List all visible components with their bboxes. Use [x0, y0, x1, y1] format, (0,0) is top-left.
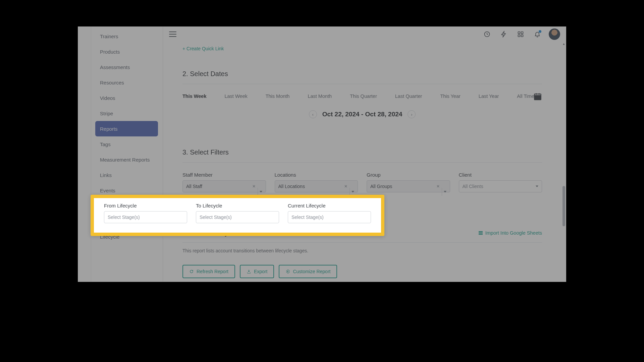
date-preset-all-time[interactable]: All Time	[517, 94, 534, 99]
date-preset-last-week[interactable]: Last Week	[224, 94, 247, 99]
svg-rect-5	[534, 96, 541, 100]
filter-client-placeholder: All Clients	[463, 184, 483, 189]
date-preset-last-month[interactable]: Last Month	[308, 94, 332, 99]
svg-rect-1	[518, 32, 520, 34]
sidebar: TrainersProductsAssessmentsResourcesVide…	[78, 26, 163, 282]
sidebar-item-resources[interactable]: Resources	[95, 75, 158, 90]
sidebar-item-tags[interactable]: Tags	[95, 136, 158, 152]
scroll-thumb[interactable]	[562, 186, 565, 226]
sidebar-item-videos[interactable]: Videos	[95, 90, 158, 106]
filter-staff-select[interactable]: All Staff ✕	[182, 180, 266, 192]
filter-from-lifecycle-label: From Lifecycle	[104, 203, 187, 208]
user-avatar[interactable]	[549, 28, 560, 40]
sidebar-item-products[interactable]: Products	[95, 44, 158, 59]
filter-locations-value: All Locations	[278, 184, 305, 189]
filter-client-select[interactable]: All Clients	[459, 180, 542, 192]
import-google-sheets-link[interactable]: Import Into Google Sheets	[478, 230, 542, 236]
date-preset-this-quarter[interactable]: This Quarter	[350, 94, 377, 99]
date-preset-this-year[interactable]: This Year	[440, 94, 460, 99]
create-quick-link[interactable]: + Create Quick Link	[182, 46, 224, 51]
report-actions: Refresh Report Export Customize Report	[182, 265, 542, 278]
filter-current-lifecycle-select[interactable]: Select Stage(s)	[288, 211, 371, 223]
filter-to-lifecycle-placeholder: Select Stage(s)	[200, 215, 232, 220]
filter-to-lifecycle: To Lifecycle Select Stage(s)	[196, 203, 279, 223]
date-range-text: Oct 22, 2024 - Oct 28, 2024	[322, 111, 402, 118]
import-link-label: Import Into Google Sheets	[485, 230, 542, 236]
topbar	[163, 26, 566, 42]
filter-staff: Staff Member All Staff ✕	[182, 172, 266, 192]
filter-current-lifecycle-label: Current Lifecycle	[288, 203, 371, 208]
date-preset-last-quarter[interactable]: Last Quarter	[395, 94, 422, 99]
clear-icon[interactable]: ✕	[436, 184, 440, 189]
filter-locations-select[interactable]: All Locations ✕	[275, 180, 358, 192]
date-presets: This WeekLast WeekThis MonthLast MonthTh…	[182, 94, 542, 99]
filter-group: Group All Groups ✕	[367, 172, 450, 192]
refresh-report-button[interactable]: Refresh Report	[182, 265, 235, 278]
section-select-dates: 2. Select Dates	[182, 70, 542, 84]
sidebar-item-links[interactable]: Links	[95, 167, 158, 183]
date-preset-last-year[interactable]: Last Year	[479, 94, 499, 99]
filter-staff-value: All Staff	[186, 184, 202, 189]
filter-group-select[interactable]: All Groups ✕	[367, 180, 450, 192]
customize-report-button[interactable]: Customize Report	[279, 265, 337, 278]
notifications-bell-icon[interactable]	[531, 28, 543, 40]
menu-toggle-icon[interactable]	[169, 32, 176, 37]
customize-report-label: Customize Report	[293, 269, 330, 274]
report-description: This report lists account transitions be…	[182, 248, 542, 253]
main-content: + Create Quick Link 2. Select Dates This…	[163, 42, 561, 282]
filter-client: Client All Clients	[459, 172, 542, 192]
sidebar-item-measurement-reports[interactable]: Measurement Reports	[95, 152, 158, 167]
date-next-button[interactable]: ›	[408, 110, 416, 118]
filter-locations-label: Locations	[275, 172, 358, 178]
sidebar-item-reports[interactable]: Reports	[95, 121, 158, 136]
svg-rect-4	[521, 35, 523, 37]
filter-to-lifecycle-label: To Lifecycle	[196, 203, 279, 208]
sidebar-item-stripe[interactable]: Stripe	[95, 106, 158, 121]
filter-from-lifecycle-select[interactable]: Select Stage(s)	[104, 211, 187, 223]
filter-current-lifecycle-placeholder: Select Stage(s)	[291, 215, 324, 220]
export-button[interactable]: Export	[240, 265, 274, 278]
chevron-down-icon	[536, 186, 538, 187]
filter-current-lifecycle: Current Lifecycle Select Stage(s)	[288, 203, 371, 223]
filter-to-lifecycle-select[interactable]: Select Stage(s)	[196, 211, 279, 223]
section-select-filters: 3. Select Filters	[182, 148, 542, 163]
notification-dot	[539, 30, 541, 33]
clear-icon[interactable]: ✕	[344, 184, 347, 189]
app-window: TrainersProductsAssessmentsResourcesVide…	[78, 26, 566, 282]
bolt-icon[interactable]	[498, 28, 510, 40]
svg-rect-3	[518, 35, 520, 37]
refresh-report-label: Refresh Report	[197, 269, 228, 274]
date-range-nav: ‹ Oct 22, 2024 - Oct 28, 2024 ›	[182, 110, 542, 118]
filter-group-label: Group	[367, 172, 450, 178]
scroll-up-arrow-icon[interactable]: ▲	[562, 42, 566, 46]
sidebar-item-assessments[interactable]: Assessments	[95, 59, 158, 75]
clock-icon[interactable]	[481, 28, 493, 40]
filter-client-label: Client	[459, 172, 542, 178]
filters-grid: Staff Member All Staff ✕ Locations All L…	[182, 172, 542, 192]
filter-group-value: All Groups	[370, 184, 392, 189]
date-prev-button[interactable]: ‹	[309, 110, 317, 118]
filter-from-lifecycle-placeholder: Select Stage(s)	[108, 215, 140, 220]
date-preset-this-week[interactable]: This Week	[182, 94, 206, 99]
chevron-down-icon	[352, 191, 354, 193]
chevron-down-icon	[260, 191, 262, 193]
sidebar-item-trainers[interactable]: Trainers	[95, 28, 158, 44]
divider	[182, 242, 542, 243]
filter-staff-label: Staff Member	[182, 172, 266, 178]
vertical-scrollbar[interactable]: ▲	[562, 42, 566, 281]
filter-locations: Locations All Locations ✕	[275, 172, 358, 192]
export-label: Export	[254, 269, 267, 274]
apps-grid-icon[interactable]	[515, 28, 527, 40]
svg-point-6	[287, 271, 289, 272]
filter-from-lifecycle: From Lifecycle Select Stage(s)	[104, 203, 187, 223]
sidebar-rail	[78, 26, 91, 282]
clear-icon[interactable]: ✕	[252, 184, 256, 189]
svg-rect-2	[521, 32, 523, 34]
chevron-down-icon	[444, 191, 446, 193]
lifecycle-filters-highlight: From Lifecycle Select Stage(s) To Lifecy…	[91, 195, 384, 236]
calendar-icon[interactable]	[533, 92, 542, 101]
date-preset-this-month[interactable]: This Month	[266, 94, 290, 99]
